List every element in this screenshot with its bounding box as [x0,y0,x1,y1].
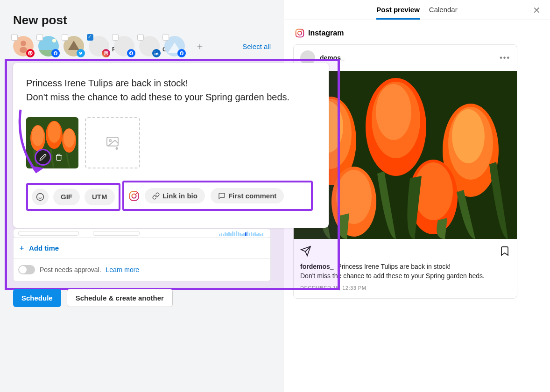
select-all-link[interactable]: Select all [242,42,271,50]
learn-more-link[interactable]: Learn more [106,266,140,273]
instagram-icon [102,49,110,57]
preview-caption: fordemos_ Princess Irene Tulips are back… [294,261,517,282]
approval-row: Post needs approval. Learn more [13,258,271,281]
account-instagram-selected[interactable]: FO [89,36,109,56]
facebook-icon [51,49,60,57]
account-linkedin[interactable]: OP [139,36,160,56]
svg-rect-24 [130,191,138,200]
instagram-icon [129,191,139,201]
svg-point-20 [63,129,75,147]
utm-button[interactable]: UTM [85,189,115,205]
svg-point-10 [107,52,107,52]
plus-icon: ＋ [18,244,25,252]
preview-menu-button[interactable]: ••• [500,54,510,62]
linkedin-icon [152,49,161,57]
close-button[interactable]: ✕ [533,5,541,16]
svg-point-18 [48,121,61,143]
svg-point-9 [105,52,106,54]
annotation-highlight-ig-options: Link in bio First comment [122,181,313,211]
instagram-icon [295,28,304,38]
link-in-bio-button[interactable]: Link in bio [145,188,205,203]
edit-media-button[interactable] [35,149,51,166]
svg-point-16 [32,126,44,146]
schedule-row-stub [13,229,271,238]
add-time-button[interactable]: ＋ Add time [13,238,271,258]
svg-point-5 [52,39,56,42]
svg-point-26 [136,193,137,194]
gif-button[interactable]: GIF [53,189,80,205]
pinterest-icon [26,49,35,57]
facebook-icon [127,49,135,57]
approval-toggle[interactable] [18,265,35,274]
delete-media-button[interactable] [53,152,64,163]
svg-point-28 [298,31,302,35]
account-facebook-1[interactable] [38,36,59,56]
svg-point-29 [302,30,303,31]
account-facebook-2[interactable] [114,36,134,56]
schedule-another-button[interactable]: Schedule & create another [67,289,173,307]
svg-point-1 [21,41,26,46]
svg-point-36 [376,84,411,140]
svg-point-25 [132,194,136,198]
svg-point-23 [37,193,44,200]
svg-point-22 [109,140,111,141]
first-comment-button[interactable]: First comment [211,188,284,203]
compose-card: Princess Irene Tulips are back in stock!… [13,63,329,228]
preview-tabs: Post preview Calendar [376,6,457,20]
preview-username: demos_ [320,54,345,62]
compose-text-input[interactable]: Princess Irene Tulips are back in stock!… [26,76,316,104]
emoji-button[interactable] [32,189,49,205]
schedule-button[interactable]: Schedule [13,289,61,307]
media-thumbnail[interactable] [26,117,78,168]
account-facebook-3[interactable] [164,36,185,56]
accounts-row: FO OP ＋ Select all [13,36,271,56]
add-account-button[interactable]: ＋ [190,36,210,56]
add-media-button[interactable] [85,117,140,168]
preview-date: DECEMBER 15, 12:33 PM [294,282,517,298]
tab-calendar[interactable]: Calendar [429,6,458,20]
page-title: New post [13,13,271,28]
send-icon[interactable] [300,245,311,257]
svg-point-39 [452,109,485,163]
preview-platform-header: Instagram [293,20,550,42]
svg-rect-27 [296,29,304,37]
annotation-highlight-pills: GIF UTM [26,183,120,211]
facebook-icon [177,49,186,57]
account-twitter[interactable] [63,36,84,56]
twitter-icon [77,49,85,57]
bookmark-icon[interactable] [499,245,510,257]
tab-post-preview[interactable]: Post preview [376,6,420,20]
account-pinterest[interactable] [13,36,34,56]
